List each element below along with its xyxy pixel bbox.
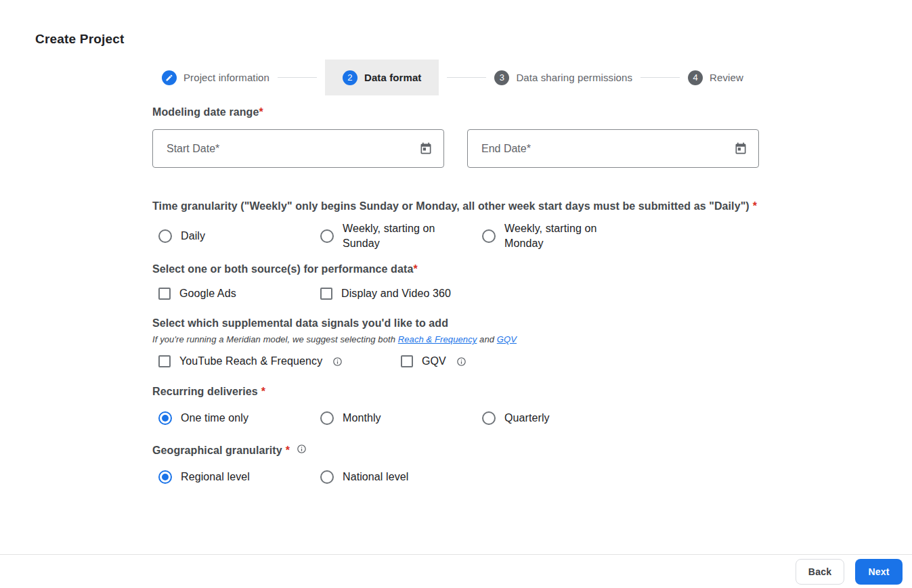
step-label: Data sharing permissions <box>516 72 632 83</box>
footer-actions: Back Next <box>796 559 903 585</box>
date-range-row: Start Date* End Date* <box>152 129 759 168</box>
radio-option-weekly-sunday[interactable]: Weekly, starting on Sunday <box>320 221 482 251</box>
checkbox[interactable] <box>158 288 171 300</box>
page-title: Create Project <box>35 32 125 47</box>
radio-label: National level <box>343 470 408 484</box>
next-button[interactable]: Next <box>855 559 903 585</box>
radio-option-monthly[interactable]: Monthly <box>320 411 482 426</box>
info-icon[interactable] <box>297 444 307 454</box>
radio-option-weekly-monday[interactable]: Weekly, starting on Monday <box>482 221 613 251</box>
required-asterisk: * <box>413 263 417 275</box>
meridian-suggestion-note: If you're running a Meridian model, we s… <box>152 334 759 344</box>
radio-option-daily[interactable]: Daily <box>158 229 320 244</box>
performance-sources-label: Select one or both source(s) for perform… <box>152 261 759 278</box>
checkbox-option-gqv[interactable]: GQV <box>401 354 466 369</box>
step-number-badge: 3 <box>494 70 509 85</box>
checkbox[interactable] <box>158 355 171 367</box>
required-asterisk: * <box>753 200 757 212</box>
step-review[interactable]: 4 Review <box>688 70 743 85</box>
checkbox-label: Display and Video 360 <box>341 286 451 301</box>
radio-button[interactable] <box>482 411 496 425</box>
modeling-date-range-label: Modeling date range* <box>152 104 759 121</box>
radio-button[interactable] <box>320 411 334 425</box>
label-text: Geographical granularity* <box>152 442 290 459</box>
note-text: and <box>477 334 496 344</box>
calendar-icon[interactable] <box>419 142 433 156</box>
checkbox-option-youtube-reach-frequency[interactable]: YouTube Reach & Frequency <box>158 354 401 369</box>
step-data-format[interactable]: 2 Data format <box>325 60 439 95</box>
radio-option-one-time-only[interactable]: One time only <box>158 411 320 426</box>
label-text: Time granularity ("Weekly" only begins S… <box>152 200 750 212</box>
supplemental-signals-options: YouTube Reach & Frequency GQV <box>158 354 759 369</box>
end-date-placeholder: End Date* <box>481 143 734 155</box>
start-date-placeholder: Start Date* <box>167 143 419 155</box>
step-label: Data format <box>364 72 421 83</box>
start-date-input[interactable]: Start Date* <box>152 129 444 168</box>
geographical-granularity-label: Geographical granularity* <box>152 442 759 459</box>
radio-button[interactable] <box>158 229 172 243</box>
performance-sources-options: Google Ads Display and Video 360 <box>158 286 759 301</box>
label-text: Recurring deliveries <box>152 386 258 397</box>
data-format-form: Modeling date range* Start Date* End Dat… <box>152 104 759 484</box>
radio-label: Quarterly <box>504 411 550 426</box>
note-text: If you're running a Meridian model, we s… <box>152 334 398 344</box>
radio-button-selected[interactable] <box>158 411 172 425</box>
checkbox-option-google-ads[interactable]: Google Ads <box>158 286 320 301</box>
step-number-badge: 2 <box>343 70 357 85</box>
wizard-stepper: Project information 2 Data format 3 Data… <box>162 60 743 95</box>
radio-label: Regional level <box>181 470 250 484</box>
reach-frequency-link[interactable]: Reach & Frequency <box>398 334 477 344</box>
step-connector <box>278 77 317 78</box>
radio-option-quarterly[interactable]: Quarterly <box>482 411 550 426</box>
step-connector <box>447 77 486 78</box>
radio-label: Weekly, starting on Monday <box>504 221 613 251</box>
end-date-input[interactable]: End Date* <box>467 129 759 168</box>
radio-label: Monthly <box>343 411 381 426</box>
step-label: Review <box>710 72 743 83</box>
checkbox-label: GQV <box>422 354 446 369</box>
checkbox-label: Google Ads <box>179 286 236 301</box>
step-project-information[interactable]: Project information <box>162 70 269 85</box>
label-text: Modeling date range <box>152 106 259 118</box>
footer-divider <box>0 554 912 555</box>
edit-pencil-icon <box>162 70 177 85</box>
checkbox-label: YouTube Reach & Frequency <box>179 354 322 369</box>
info-icon[interactable] <box>456 357 466 367</box>
required-asterisk: * <box>259 106 263 118</box>
radio-button[interactable] <box>320 229 334 243</box>
label-text: Geographical granularity <box>152 445 282 456</box>
time-granularity-label: Time granularity ("Weekly" only begins S… <box>152 198 759 215</box>
step-number-badge: 4 <box>688 70 703 85</box>
info-icon[interactable] <box>332 357 343 367</box>
step-label: Project information <box>183 72 269 83</box>
radio-label: Daily <box>181 229 205 244</box>
step-connector <box>640 77 680 78</box>
geographical-granularity-options: Regional level National level <box>158 470 759 484</box>
checkbox[interactable] <box>320 288 332 300</box>
radio-option-national-level[interactable]: National level <box>320 470 408 484</box>
back-button[interactable]: Back <box>796 559 844 585</box>
recurring-deliveries-label: Recurring deliveries* <box>152 383 759 401</box>
gqv-link[interactable]: GQV <box>497 334 517 344</box>
checkbox-option-dv360[interactable]: Display and Video 360 <box>320 286 451 301</box>
radio-button-selected[interactable] <box>158 470 172 484</box>
time-granularity-options: Daily Weekly, starting on Sunday Weekly,… <box>158 221 759 251</box>
radio-option-regional-level[interactable]: Regional level <box>158 470 320 484</box>
supplemental-signals-label: Select which supplemental data signals y… <box>152 315 759 332</box>
radio-button[interactable] <box>320 470 334 484</box>
calendar-icon[interactable] <box>734 142 747 156</box>
required-asterisk: * <box>261 386 265 397</box>
label-text: Select one or both source(s) for perform… <box>152 263 413 275</box>
recurring-deliveries-options: One time only Monthly Quarterly <box>158 411 759 426</box>
radio-label: One time only <box>181 411 248 426</box>
checkbox[interactable] <box>401 355 413 367</box>
radio-label: Weekly, starting on Sunday <box>343 221 451 251</box>
required-asterisk: * <box>286 445 290 456</box>
radio-button[interactable] <box>482 229 496 243</box>
step-data-sharing-permissions[interactable]: 3 Data sharing permissions <box>494 70 632 85</box>
